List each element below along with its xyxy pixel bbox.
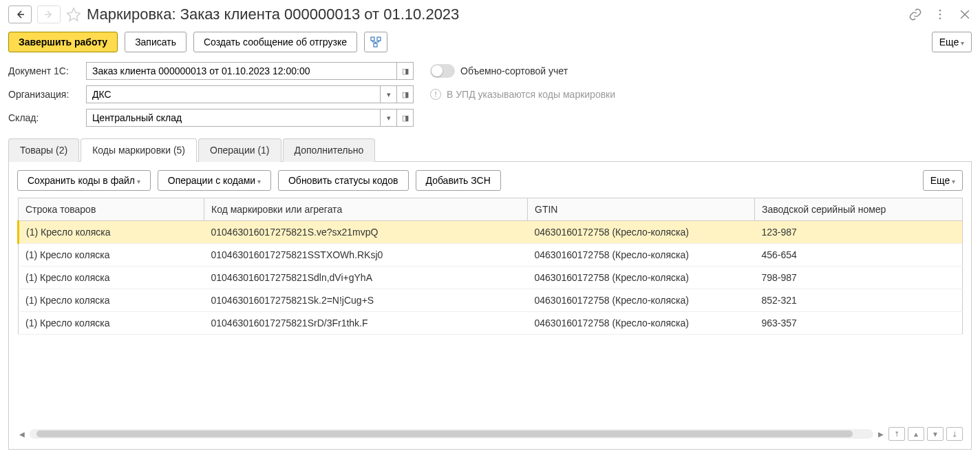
cell-row: (1) Кресло коляска	[19, 289, 204, 312]
cell-serial: 123-987	[755, 221, 963, 244]
col-code[interactable]: Код маркировки или агрегата	[204, 198, 528, 221]
update-status-button[interactable]: Обновить статусы кодов	[278, 170, 409, 191]
more-button[interactable]: Еще	[932, 32, 972, 52]
col-serial[interactable]: Заводской серийный номер	[755, 198, 963, 221]
table-footer-controls: ◀ ▶ ⤒ ▲ ▼ ⤓	[17, 427, 963, 441]
table-row[interactable]: (1) Кресло коляска010463016017275821SrD/…	[19, 312, 963, 335]
svg-point-2	[939, 18, 941, 20]
create-shipment-button[interactable]: Создать сообщение об отгрузке	[193, 32, 357, 52]
codes-table: Строка товаров Код маркировки или агрега…	[17, 198, 963, 335]
tabs: Товары (2) Коды маркировки (5) Операции …	[8, 138, 972, 162]
table-row[interactable]: (1) Кресло коляска010463016017275821SSTX…	[19, 244, 963, 267]
cell-code: 010463016017275821S.ve?sx21mvpQ	[204, 221, 528, 244]
table-row[interactable]: (1) Кресло коляска010463016017275821Sdln…	[19, 267, 963, 289]
scroll-left-icon[interactable]: ◀	[17, 430, 27, 438]
warehouse-label: Склад:	[8, 112, 81, 123]
structure-button[interactable]	[364, 32, 387, 52]
table-empty-area	[17, 335, 963, 424]
cell-serial: 798-987	[755, 267, 963, 289]
cell-code: 010463016017275821Sdln,dVi+gYhA	[204, 267, 528, 289]
arrow-right-icon	[44, 10, 54, 19]
organization-input-wrap: ▾ ◨	[86, 85, 414, 103]
organization-open-button[interactable]: ◨	[396, 86, 413, 103]
nav-back-button[interactable]	[8, 6, 32, 23]
document-open-button[interactable]: ◨	[396, 63, 413, 79]
cell-gtin: 04630160172758 (Кресло-коляска)	[528, 221, 755, 244]
cell-code: 010463016017275821SrD/3Fr1thk.F	[204, 312, 528, 335]
row-up-button[interactable]: ▲	[908, 427, 924, 441]
col-row[interactable]: Строка товаров	[19, 198, 204, 221]
table-row[interactable]: (1) Кресло коляска010463016017275821S.ve…	[19, 221, 963, 244]
cell-gtin: 04630160172758 (Кресло-коляска)	[528, 267, 755, 289]
document-row: Документ 1С: ◨ Объемно-сортовой учет	[8, 62, 972, 80]
organization-dropdown-button[interactable]: ▾	[380, 86, 396, 103]
table-row[interactable]: (1) Кресло коляска010463016017275821Sk.2…	[19, 289, 963, 312]
warehouse-row: Склад: ▾ ◨	[8, 109, 972, 127]
row-down-button[interactable]: ▼	[927, 427, 944, 441]
osu-label: Объемно-сортовой учет	[460, 65, 568, 76]
favorite-star-icon[interactable]	[66, 7, 81, 22]
finish-work-button[interactable]: Завершить работу	[8, 32, 118, 52]
row-last-button[interactable]: ⤓	[946, 427, 963, 441]
code-operations-button[interactable]: Операции с кодами	[158, 170, 271, 191]
svg-point-1	[939, 14, 941, 16]
warehouse-dropdown-button[interactable]: ▾	[380, 110, 396, 126]
cell-serial: 852-321	[755, 289, 963, 312]
cell-code: 010463016017275821Sk.2=N!jCug+S	[204, 289, 528, 312]
osu-toggle-wrap: Объемно-сортовой учет	[430, 64, 568, 78]
link-icon[interactable]	[908, 8, 922, 21]
close-icon[interactable]	[958, 8, 972, 21]
info-text: В УПД указываются коды маркировки	[447, 89, 615, 100]
save-codes-button[interactable]: Сохранить коды в файл	[17, 170, 151, 191]
svg-rect-5	[374, 43, 377, 47]
page-title: Маркировка: Заказ клиента 000000013 от 0…	[87, 6, 897, 23]
info-icon: !	[430, 89, 441, 100]
tab-toolbar: Сохранить коды в файл Операции с кодами …	[17, 170, 963, 191]
col-gtin[interactable]: GTIN	[528, 198, 755, 221]
document-input[interactable]	[87, 63, 396, 79]
table-header-row: Строка товаров Код маркировки или агрега…	[19, 198, 963, 221]
warehouse-input[interactable]	[87, 110, 380, 126]
arrow-left-icon	[15, 10, 25, 19]
tab-operations[interactable]: Операции (1)	[198, 138, 281, 162]
document-input-wrap: ◨	[86, 62, 414, 80]
svg-rect-4	[377, 37, 381, 41]
nav-forward-button	[37, 6, 61, 23]
cell-gtin: 04630160172758 (Кресло-коляска)	[528, 244, 755, 267]
tab-goods[interactable]: Товары (2)	[8, 138, 79, 162]
more-vert-icon[interactable]	[933, 8, 947, 21]
tab-more-button[interactable]: Еще	[923, 170, 963, 191]
organization-row: Организация: ▾ ◨ ! В УПД указываются код…	[8, 85, 972, 103]
osu-toggle[interactable]	[430, 64, 455, 78]
cell-code: 010463016017275821SSTXOWh.RKsj0	[204, 244, 528, 267]
cell-serial: 456-654	[755, 244, 963, 267]
warehouse-input-wrap: ▾ ◨	[86, 109, 414, 127]
organization-input[interactable]	[87, 86, 380, 103]
save-button[interactable]: Записать	[125, 32, 187, 52]
cell-row: (1) Кресло коляска	[19, 267, 204, 289]
row-first-button[interactable]: ⤒	[888, 427, 905, 441]
tab-marking-codes[interactable]: Коды маркировки (5)	[81, 138, 197, 162]
info-row: ! В УПД указываются коды маркировки	[430, 89, 615, 100]
warehouse-open-button[interactable]: ◨	[396, 110, 413, 126]
svg-point-0	[939, 10, 941, 11]
cell-serial: 963-357	[755, 312, 963, 335]
cell-row: (1) Кресло коляска	[19, 312, 204, 335]
horizontal-scrollbar[interactable]	[30, 429, 873, 439]
tree-icon	[370, 37, 381, 48]
tab-content: Сохранить коды в файл Операции с кодами …	[8, 162, 972, 450]
organization-label: Организация:	[8, 89, 81, 100]
tab-additional[interactable]: Дополнительно	[283, 138, 376, 162]
svg-rect-3	[371, 37, 374, 41]
main-toolbar: Завершить работу Записать Создать сообще…	[8, 32, 972, 52]
header-bar: Маркировка: Заказ клиента 000000013 от 0…	[8, 6, 972, 23]
cell-gtin: 04630160172758 (Кресло-коляска)	[528, 289, 755, 312]
scroll-right-icon[interactable]: ▶	[876, 430, 886, 438]
cell-row: (1) Кресло коляска	[19, 221, 204, 244]
document-label: Документ 1С:	[8, 65, 81, 76]
cell-row: (1) Кресло коляска	[19, 244, 204, 267]
add-zsn-button[interactable]: Добавить ЗСН	[416, 170, 501, 191]
cell-gtin: 04630160172758 (Кресло-коляска)	[528, 312, 755, 335]
